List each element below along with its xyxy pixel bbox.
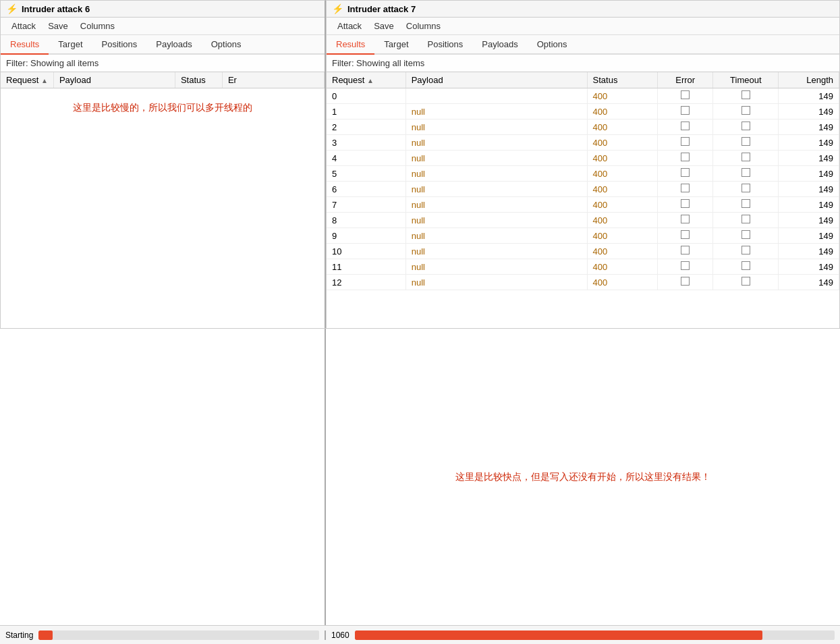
right-table-container: Request ▲ Payload Status Error Timeout L…: [327, 72, 839, 337]
error-checkbox[interactable]: [681, 246, 690, 254]
cell-timeout: [713, 244, 779, 259]
timeout-checkbox[interactable]: [741, 277, 750, 286]
cell-status: 400: [587, 228, 658, 244]
status-right: 1060: [326, 630, 840, 640]
right-tab-options[interactable]: Options: [528, 35, 577, 55]
left-tabs-bar: Results Target Positions Payloads Option…: [1, 35, 325, 55]
left-tab-options[interactable]: Options: [202, 35, 251, 55]
error-checkbox[interactable]: [681, 137, 690, 146]
cell-payload: null: [405, 135, 587, 151]
timeout-checkbox[interactable]: [741, 246, 750, 254]
right-col-request[interactable]: Request ▲: [327, 72, 405, 88]
error-checkbox[interactable]: [681, 230, 690, 239]
right-menu-attack[interactable]: Attack: [332, 20, 367, 32]
cell-error: [658, 244, 713, 259]
timeout-checkbox[interactable]: [741, 168, 750, 177]
timeout-checkbox[interactable]: [741, 199, 750, 208]
right-menu-save[interactable]: Save: [368, 20, 399, 32]
cell-length: 149: [779, 166, 839, 182]
right-col-timeout[interactable]: Timeout: [713, 72, 779, 88]
cell-status: 400: [587, 275, 658, 290]
cell-status: 400: [587, 182, 658, 197]
error-checkbox[interactable]: [681, 184, 690, 192]
cell-timeout: [713, 151, 779, 166]
right-col-length[interactable]: Length: [779, 72, 839, 88]
timeout-checkbox[interactable]: [741, 90, 750, 99]
error-checkbox[interactable]: [681, 122, 690, 130]
timeout-checkbox[interactable]: [741, 137, 750, 146]
right-filter-bar: Filter: Showing all items: [327, 55, 839, 72]
error-checkbox[interactable]: [681, 90, 690, 99]
cell-payload: null: [405, 119, 587, 135]
timeout-checkbox[interactable]: [741, 215, 750, 223]
left-col-payload[interactable]: Payload: [53, 72, 175, 88]
right-tab-results[interactable]: Results: [327, 35, 374, 55]
right-tab-positions[interactable]: Positions: [418, 35, 473, 55]
right-results-table: Request ▲ Payload Status Error Timeout L…: [327, 72, 839, 290]
left-col-status[interactable]: Status: [175, 72, 222, 88]
cell-request: 2: [327, 119, 405, 135]
timeout-checkbox[interactable]: [741, 153, 750, 161]
cell-timeout: [713, 182, 779, 197]
right-progress-fill: [355, 630, 763, 640]
table-row: 11 null 400 149: [327, 259, 839, 275]
cell-timeout: [713, 197, 779, 213]
cell-payload: null: [405, 151, 587, 166]
timeout-checkbox[interactable]: [741, 184, 750, 192]
error-checkbox[interactable]: [681, 106, 690, 115]
cell-length: 149: [779, 182, 839, 197]
left-tab-results[interactable]: Results: [1, 35, 49, 55]
left-tab-target[interactable]: Target: [49, 35, 92, 55]
cell-length: 149: [779, 244, 839, 259]
right-tab-target[interactable]: Target: [374, 35, 418, 55]
right-menu-columns[interactable]: Columns: [401, 20, 446, 32]
table-row: 12 null 400 149: [327, 275, 839, 290]
cell-error: [658, 182, 713, 197]
cell-length: 149: [779, 119, 839, 135]
left-table-container: Request ▲ Payload Status Er 这里是比较慢的，所以我们…: [1, 72, 325, 337]
cell-payload: null: [405, 275, 587, 290]
cell-request: 1: [327, 104, 405, 119]
right-col-status[interactable]: Status: [587, 72, 658, 88]
cell-length: 149: [779, 135, 839, 151]
cell-error: [658, 119, 713, 135]
cell-request: 10: [327, 244, 405, 259]
left-col-er[interactable]: Er: [222, 72, 324, 88]
left-menu-columns[interactable]: Columns: [75, 20, 120, 32]
left-status-label: Starting: [5, 630, 33, 640]
timeout-checkbox[interactable]: [741, 261, 750, 270]
left-col-request[interactable]: Request ▲: [1, 72, 53, 88]
right-col-payload[interactable]: Payload: [405, 72, 587, 88]
timeout-checkbox[interactable]: [741, 106, 750, 115]
table-row: 5 null 400 149: [327, 166, 839, 182]
cell-length: 149: [779, 104, 839, 119]
cell-length: 149: [779, 228, 839, 244]
error-checkbox[interactable]: [681, 215, 690, 223]
error-checkbox[interactable]: [681, 261, 690, 270]
left-tab-payloads[interactable]: Payloads: [146, 35, 201, 55]
error-checkbox[interactable]: [681, 199, 690, 208]
right-menu-bar: Attack Save Columns: [327, 18, 839, 35]
cell-payload: null: [405, 104, 587, 119]
timeout-checkbox[interactable]: [741, 230, 750, 239]
status-left: Starting: [0, 630, 326, 640]
right-col-error[interactable]: Error: [658, 72, 713, 88]
error-checkbox[interactable]: [681, 277, 690, 286]
sort-arrow-request-left: ▲: [41, 77, 48, 84]
left-tab-positions[interactable]: Positions: [92, 35, 147, 55]
left-menu-attack[interactable]: Attack: [6, 20, 41, 32]
cell-error: [658, 197, 713, 213]
cell-request: 12: [327, 275, 405, 290]
cell-length: 149: [779, 213, 839, 228]
timeout-checkbox[interactable]: [741, 122, 750, 130]
right-title-bar: ⚡ Intruder attack 7: [327, 1, 839, 18]
left-menu-bar: Attack Save Columns: [1, 18, 325, 35]
error-checkbox[interactable]: [681, 168, 690, 177]
cell-status: 400: [587, 166, 658, 182]
status-bar: Starting 1060: [0, 625, 840, 644]
left-menu-save[interactable]: Save: [43, 20, 74, 32]
error-checkbox[interactable]: [681, 153, 690, 161]
cell-length: 149: [779, 197, 839, 213]
left-progress-bar: [38, 630, 319, 640]
right-tab-payloads[interactable]: Payloads: [472, 35, 527, 55]
